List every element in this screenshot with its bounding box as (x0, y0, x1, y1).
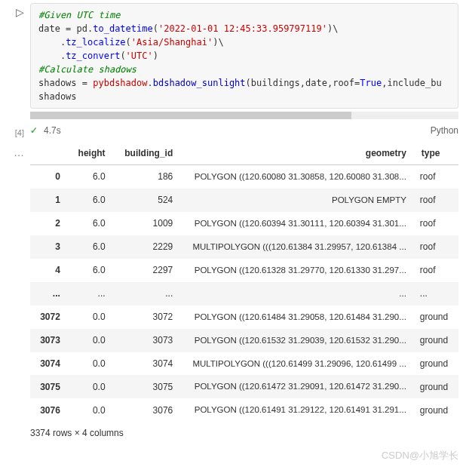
table-row: 36.02229MULTIPOLYGON (((120.61384 31.299… (30, 235, 458, 259)
table-row: 30740.03074MULTIPOLYGON (((120.61499 31.… (30, 352, 458, 376)
output-cell: … height building_id geometry type 06.01… (0, 139, 466, 447)
col-geometry: geometry (180, 142, 414, 165)
exec-count: [4] (0, 122, 30, 139)
code-editor[interactable]: #Given UTC time date = pd.to_datetime('2… (30, 3, 458, 109)
row-index: 3074 (30, 352, 68, 376)
col-building-id: building_id (113, 142, 181, 165)
cell-type: ground (414, 306, 458, 329)
table-row: ............... (30, 282, 458, 306)
row-index: 4 (30, 259, 68, 282)
cell-building-id: 3074 (113, 352, 181, 376)
code-text: shadows (38, 91, 77, 102)
row-index: 1 (30, 189, 68, 212)
table-body: 06.0186POLYGON ((120.60080 31.30858, 120… (30, 165, 458, 422)
table-row: 30720.03072POLYGON ((120.61484 31.29058,… (30, 306, 458, 329)
cell-type: roof (414, 212, 458, 235)
cell-type: ground (414, 329, 458, 352)
code-text: )\ (327, 23, 338, 34)
cell-type: roof (414, 235, 458, 259)
cell-geometry: POLYGON ((120.61491 31.29122, 120.61491 … (180, 398, 414, 422)
cell-height: ... (68, 282, 113, 306)
cell-geometry: POLYGON ((120.61532 31.29039, 120.61532 … (180, 329, 414, 352)
code-string: '2022-01-01 12:45:33.959797119' (158, 23, 327, 34)
table-row: 30750.03075POLYGON ((120.61472 31.29091,… (30, 375, 458, 398)
status-cell: [4] ✓ 4.7s Python (0, 122, 466, 139)
cell-geometry: POLYGON ((120.61484 31.29058, 120.61484 … (180, 306, 414, 329)
kernel-language[interactable]: Python (431, 125, 458, 136)
output-gutter[interactable]: … (0, 139, 30, 447)
cell-building-id: 1009 (113, 212, 181, 235)
table-head: height building_id geometry type (30, 142, 458, 165)
row-index: 3072 (30, 306, 68, 329)
code-text: (buildings,date,roof= (246, 78, 360, 88)
code-text: ,include_bu (382, 78, 441, 88)
cell-building-id: 524 (113, 189, 181, 212)
exec-time: 4.7s (44, 125, 61, 136)
col-type: type (414, 142, 458, 165)
code-text: ( (153, 23, 158, 34)
code-comment: #Calculate shadows (38, 64, 136, 75)
cell-height: 6.0 (68, 165, 113, 189)
cell-geometry: POLYGON ((120.60080 31.30858, 120.60080 … (180, 165, 414, 189)
row-index: 2 (30, 212, 68, 235)
cell-height: 6.0 (68, 235, 113, 259)
cell-building-id: 2229 (113, 235, 181, 259)
cell-building-id: 3072 (113, 306, 181, 329)
cell-type: ground (414, 398, 458, 422)
code-text: . (38, 37, 66, 48)
output-body: height building_id geometry type 06.0186… (30, 139, 466, 447)
cell-building-id: 3076 (113, 398, 181, 422)
code-keyword: True (360, 78, 382, 88)
code-func: tz_convert (66, 51, 120, 61)
col-index (30, 142, 68, 165)
cell-type: ground (414, 352, 458, 376)
cell-height: 0.0 (68, 329, 113, 352)
code-string: 'Asia/Shanghai' (131, 37, 213, 48)
code-text: shadows = (38, 78, 93, 88)
horizontal-scrollbar[interactable] (30, 112, 458, 119)
header-row: height building_id geometry type (30, 142, 458, 165)
cell-building-id: 3073 (113, 329, 181, 352)
status-row: ✓ 4.7s Python (30, 122, 466, 139)
check-icon: ✓ (30, 125, 38, 136)
cell-height: 6.0 (68, 259, 113, 282)
cell-geometry: POLYGON ((120.61472 31.29091, 120.61472 … (180, 375, 414, 398)
exec-count-label: [4] (15, 128, 24, 137)
code-text: . (38, 51, 66, 61)
row-index: 3075 (30, 375, 68, 398)
cell-height: 6.0 (68, 212, 113, 235)
cell-building-id: 186 (113, 165, 181, 189)
code-string: 'UTC' (126, 51, 153, 61)
code-module: pybdshadow (93, 78, 147, 88)
cell-type: ground (414, 375, 458, 398)
cell-building-id: ... (113, 282, 181, 306)
cell-geometry: POLYGON ((120.60394 31.30111, 120.60394 … (180, 212, 414, 235)
row-index: 3 (30, 235, 68, 259)
code-comment: #Given UTC time (38, 10, 120, 20)
cell-height: 6.0 (68, 189, 113, 212)
code-func: bdshadow_sunlight (153, 78, 246, 88)
table-row: 16.0524POLYGON EMPTYroof (30, 189, 458, 212)
table-row: 06.0186POLYGON ((120.60080 31.30858, 120… (30, 165, 458, 189)
cell-body: #Given UTC time date = pd.to_datetime('2… (30, 0, 466, 122)
code-text: ) (153, 51, 158, 61)
table-row: 26.01009POLYGON ((120.60394 31.30111, 12… (30, 212, 458, 235)
cell-type: roof (414, 259, 458, 282)
col-height: height (68, 142, 113, 165)
cell-geometry: ... (180, 282, 414, 306)
cell-geometry: POLYGON ((120.61328 31.29770, 120.61330 … (180, 259, 414, 282)
status-body: ✓ 4.7s Python (30, 122, 466, 139)
code-text: )\ (213, 37, 223, 48)
run-icon[interactable]: ▷ (16, 6, 24, 18)
cell-geometry: MULTIPOLYGON (((120.61499 31.29096, 120.… (180, 352, 414, 376)
scrollbar-thumb[interactable] (30, 112, 351, 119)
cell-geometry: POLYGON EMPTY (180, 189, 414, 212)
cell-geometry: MULTIPOLYGON (((120.61384 31.29957, 120.… (180, 235, 414, 259)
cell-building-id: 2297 (113, 259, 181, 282)
cell-height: 0.0 (68, 306, 113, 329)
cell-type: roof (414, 189, 458, 212)
row-index: ... (30, 282, 68, 306)
code-func: tz_localize (66, 37, 125, 48)
code-cell: ▷ #Given UTC time date = pd.to_datetime(… (0, 0, 466, 122)
table-row: 30730.03073POLYGON ((120.61532 31.29039,… (30, 329, 458, 352)
